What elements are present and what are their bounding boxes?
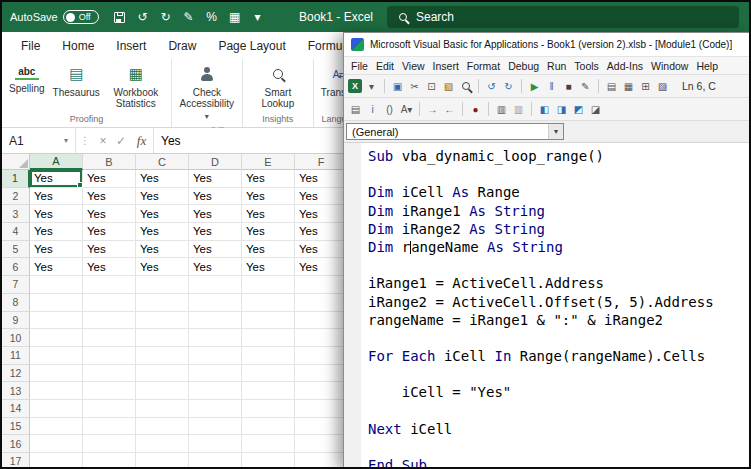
cell-e9[interactable] (242, 312, 295, 330)
formula-bar-resizer[interactable]: ⋮ (76, 135, 94, 146)
cell-f3[interactable]: Yes (295, 205, 348, 223)
menu-help[interactable]: Help (692, 58, 722, 74)
cell-c5[interactable]: Yes (136, 241, 189, 259)
save-icon[interactable] (113, 10, 127, 24)
undo-icon[interactable]: ↺ (136, 10, 150, 24)
object-dropdown[interactable]: (General) ▾ (346, 123, 564, 140)
menu-edit[interactable]: Edit (372, 58, 398, 74)
undo-icon[interactable]: ↺ (484, 78, 499, 94)
redo-icon[interactable]: ↻ (501, 78, 516, 94)
row-header-3[interactable]: 3 (2, 205, 30, 223)
cell-d11[interactable] (189, 347, 242, 365)
vba-titlebar[interactable]: Microsoft Visual Basic for Applications … (344, 33, 749, 56)
quick-info-icon[interactable]: i (365, 101, 380, 117)
cell-f4[interactable]: Yes (295, 223, 348, 241)
tab-file[interactable]: File (10, 34, 51, 58)
cell-a1[interactable]: Yes (30, 170, 83, 188)
cell-a4[interactable]: Yes (30, 223, 83, 241)
cell-b6[interactable]: Yes (83, 258, 136, 276)
cell-b11[interactable] (83, 347, 136, 365)
cell-e1[interactable]: Yes (242, 170, 295, 188)
cell-e5[interactable]: Yes (242, 241, 295, 259)
comment-block-icon[interactable]: ▥ (494, 101, 509, 117)
reset-icon[interactable]: ■ (561, 78, 576, 94)
cell-e8[interactable] (242, 294, 295, 312)
name-box-dropdown-icon[interactable]: ▾ (64, 136, 68, 145)
cell-a16[interactable] (30, 435, 83, 453)
properties-window-icon[interactable]: ▦ (621, 78, 636, 94)
cell-a5[interactable]: Yes (30, 241, 83, 259)
row-header-17[interactable]: 17 (2, 453, 30, 467)
tab-page-layout[interactable]: Page Layout (207, 34, 296, 58)
cell-b15[interactable] (83, 418, 136, 436)
redo-icon[interactable]: ↻ (159, 10, 173, 24)
cell-b7[interactable] (83, 276, 136, 294)
cell-c2[interactable]: Yes (136, 188, 189, 206)
cell-d2[interactable]: Yes (189, 188, 242, 206)
row-header-13[interactable]: 13 (2, 382, 30, 400)
column-header-f[interactable]: F (295, 154, 348, 170)
cell-a11[interactable] (30, 347, 83, 365)
menu-debug[interactable]: Debug (504, 58, 543, 74)
view-excel-icon[interactable]: X (348, 79, 362, 93)
uncomment-block-icon[interactable]: ▥ (511, 101, 526, 117)
row-header-16[interactable]: 16 (2, 435, 30, 453)
ribbon-button-thesaurus[interactable]: ▤Thesaurus (49, 61, 104, 101)
cell-e15[interactable] (242, 418, 295, 436)
cell-f8[interactable] (295, 294, 348, 312)
menu-window[interactable]: Window (647, 58, 692, 74)
cell-d10[interactable] (189, 329, 242, 347)
cell-d14[interactable] (189, 400, 242, 418)
cut-icon[interactable]: ✂ (407, 78, 422, 94)
ribbon-button-spelling[interactable]: abcSpelling (5, 61, 49, 97)
find-icon[interactable] (458, 78, 473, 94)
cell-b4[interactable]: Yes (83, 223, 136, 241)
object-browser-icon[interactable]: ⊞ (638, 78, 653, 94)
row-header-14[interactable]: 14 (2, 400, 30, 418)
menu-tools[interactable]: Tools (570, 58, 603, 74)
row-header-5[interactable]: 5 (2, 241, 30, 259)
row-header-10[interactable]: 10 (2, 329, 30, 347)
cell-d17[interactable] (189, 453, 242, 467)
cell-b14[interactable] (83, 400, 136, 418)
cell-a2[interactable]: Yes (30, 188, 83, 206)
cell-e10[interactable] (242, 329, 295, 347)
column-header-a[interactable]: A (30, 154, 83, 170)
cell-d16[interactable] (189, 435, 242, 453)
cell-a10[interactable] (30, 329, 83, 347)
cell-c13[interactable] (136, 382, 189, 400)
row-header-11[interactable]: 11 (2, 347, 30, 365)
cell-a6[interactable]: Yes (30, 258, 83, 276)
search-box[interactable]: Search (387, 6, 739, 28)
row-header-6[interactable]: 6 (2, 258, 30, 276)
break-icon[interactable]: ‖ (544, 78, 559, 94)
cell-e14[interactable] (242, 400, 295, 418)
cell-f16[interactable] (295, 435, 348, 453)
cell-b8[interactable] (83, 294, 136, 312)
cell-d12[interactable] (189, 365, 242, 383)
ribbon-button-smart-lookup[interactable]: Smart Lookup (246, 61, 310, 112)
cell-c15[interactable] (136, 418, 189, 436)
cell-b13[interactable] (83, 382, 136, 400)
customize-quick-access-icon[interactable]: ▾ (251, 10, 265, 24)
cell-a12[interactable] (30, 365, 83, 383)
cell-c8[interactable] (136, 294, 189, 312)
cell-a13[interactable] (30, 382, 83, 400)
cancel-button[interactable]: × (94, 134, 112, 148)
row-header-1[interactable]: 1 (2, 170, 30, 188)
next-bookmark-icon[interactable]: ◨ (554, 101, 569, 117)
cell-c6[interactable]: Yes (136, 258, 189, 276)
cell-f17[interactable] (295, 453, 348, 467)
cell-b9[interactable] (83, 312, 136, 330)
copy-icon[interactable]: ⊡ (424, 78, 439, 94)
cell-d6[interactable]: Yes (189, 258, 242, 276)
cell-e7[interactable] (242, 276, 295, 294)
cell-a9[interactable] (30, 312, 83, 330)
cell-e4[interactable]: Yes (242, 223, 295, 241)
insert-function-button[interactable]: fx (130, 128, 154, 153)
ribbon-button-check-accessibility[interactable]: Check Accessibility ▾ (175, 61, 239, 125)
cell-d15[interactable] (189, 418, 242, 436)
row-header-4[interactable]: 4 (2, 223, 30, 241)
enter-button[interactable]: ✓ (112, 134, 130, 148)
toolbox-icon[interactable]: ▨ (655, 78, 670, 94)
